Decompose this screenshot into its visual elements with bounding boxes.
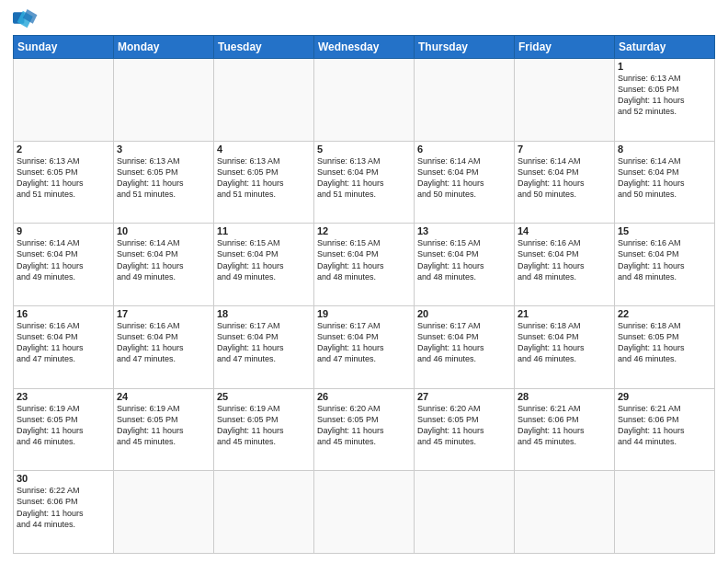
day-info: Sunrise: 6:13 AM Sunset: 6:05 PM Dayligh… xyxy=(117,155,210,201)
calendar-cell xyxy=(14,59,114,142)
day-number: 20 xyxy=(417,308,511,319)
calendar-cell xyxy=(415,471,515,554)
day-info: Sunrise: 6:16 AM Sunset: 6:04 PM Dayligh… xyxy=(518,237,611,282)
weekday-header-thursday: Thursday xyxy=(415,36,515,59)
day-number: 1 xyxy=(618,61,711,72)
day-number: 22 xyxy=(618,308,711,319)
calendar-cell: 28Sunrise: 6:21 AM Sunset: 6:06 PM Dayli… xyxy=(515,388,615,471)
day-info: Sunrise: 6:20 AM Sunset: 6:05 PM Dayligh… xyxy=(317,403,411,448)
week-row-5: 23Sunrise: 6:19 AM Sunset: 6:05 PM Dayli… xyxy=(14,388,715,471)
day-number: 16 xyxy=(17,308,110,319)
calendar-cell: 4Sunrise: 6:13 AM Sunset: 6:05 PM Daylig… xyxy=(214,141,314,224)
calendar-cell xyxy=(515,59,615,142)
day-number: 17 xyxy=(117,308,210,319)
day-info: Sunrise: 6:13 AM Sunset: 6:05 PM Dayligh… xyxy=(618,73,711,118)
day-number: 13 xyxy=(417,225,511,236)
calendar-cell: 25Sunrise: 6:19 AM Sunset: 6:05 PM Dayli… xyxy=(214,388,314,471)
day-number: 10 xyxy=(117,225,210,236)
calendar-cell: 17Sunrise: 6:16 AM Sunset: 6:04 PM Dayli… xyxy=(114,305,214,388)
calendar-cell: 19Sunrise: 6:17 AM Sunset: 6:04 PM Dayli… xyxy=(314,305,415,388)
calendar-cell: 14Sunrise: 6:16 AM Sunset: 6:04 PM Dayli… xyxy=(515,224,615,306)
calendar-cell xyxy=(314,471,415,554)
calendar-cell: 7Sunrise: 6:14 AM Sunset: 6:04 PM Daylig… xyxy=(515,141,615,224)
day-number: 15 xyxy=(618,225,711,236)
day-info: Sunrise: 6:14 AM Sunset: 6:04 PM Dayligh… xyxy=(17,237,110,282)
calendar-cell xyxy=(515,471,615,554)
calendar-cell: 1Sunrise: 6:13 AM Sunset: 6:05 PM Daylig… xyxy=(615,59,715,142)
header xyxy=(13,9,715,29)
week-row-4: 16Sunrise: 6:16 AM Sunset: 6:04 PM Dayli… xyxy=(14,305,715,388)
calendar-cell: 30Sunrise: 6:22 AM Sunset: 6:06 PM Dayli… xyxy=(14,471,114,554)
week-row-1: 1Sunrise: 6:13 AM Sunset: 6:05 PM Daylig… xyxy=(14,59,715,142)
calendar-cell: 27Sunrise: 6:20 AM Sunset: 6:05 PM Dayli… xyxy=(415,388,515,471)
day-info: Sunrise: 6:13 AM Sunset: 6:04 PM Dayligh… xyxy=(317,155,411,201)
day-number: 29 xyxy=(618,391,711,402)
calendar-cell: 5Sunrise: 6:13 AM Sunset: 6:04 PM Daylig… xyxy=(314,141,415,224)
day-number: 25 xyxy=(217,391,311,402)
calendar-cell xyxy=(114,59,214,142)
week-row-2: 2Sunrise: 6:13 AM Sunset: 6:05 PM Daylig… xyxy=(14,141,715,224)
weekday-header-wednesday: Wednesday xyxy=(314,36,415,59)
day-info: Sunrise: 6:17 AM Sunset: 6:04 PM Dayligh… xyxy=(217,320,311,365)
day-info: Sunrise: 6:15 AM Sunset: 6:04 PM Dayligh… xyxy=(317,237,411,282)
day-number: 7 xyxy=(518,144,611,155)
weekday-header-monday: Monday xyxy=(114,36,214,59)
day-number: 24 xyxy=(117,391,210,402)
day-info: Sunrise: 6:21 AM Sunset: 6:06 PM Dayligh… xyxy=(518,403,611,448)
day-info: Sunrise: 6:14 AM Sunset: 6:04 PM Dayligh… xyxy=(518,155,611,201)
logo xyxy=(13,9,42,29)
day-number: 12 xyxy=(317,225,411,236)
calendar-cell: 20Sunrise: 6:17 AM Sunset: 6:04 PM Dayli… xyxy=(415,305,515,388)
calendar-cell: 24Sunrise: 6:19 AM Sunset: 6:05 PM Dayli… xyxy=(114,388,214,471)
calendar-cell: 21Sunrise: 6:18 AM Sunset: 6:04 PM Dayli… xyxy=(515,305,615,388)
calendar-table: SundayMondayTuesdayWednesdayThursdayFrid… xyxy=(13,35,715,554)
calendar-cell: 9Sunrise: 6:14 AM Sunset: 6:04 PM Daylig… xyxy=(14,224,114,306)
day-info: Sunrise: 6:19 AM Sunset: 6:05 PM Dayligh… xyxy=(217,403,311,448)
logo-icon xyxy=(13,9,39,29)
day-info: Sunrise: 6:18 AM Sunset: 6:04 PM Dayligh… xyxy=(518,320,611,365)
calendar-cell: 29Sunrise: 6:21 AM Sunset: 6:06 PM Dayli… xyxy=(615,388,715,471)
day-number: 30 xyxy=(17,473,110,484)
calendar-cell: 26Sunrise: 6:20 AM Sunset: 6:05 PM Dayli… xyxy=(314,388,415,471)
day-number: 28 xyxy=(518,391,611,402)
day-info: Sunrise: 6:14 AM Sunset: 6:04 PM Dayligh… xyxy=(417,155,511,201)
day-number: 26 xyxy=(317,391,411,402)
day-info: Sunrise: 6:16 AM Sunset: 6:04 PM Dayligh… xyxy=(17,320,110,365)
calendar-cell xyxy=(114,471,214,554)
calendar-cell xyxy=(415,59,515,142)
day-number: 3 xyxy=(117,144,210,155)
day-info: Sunrise: 6:17 AM Sunset: 6:04 PM Dayligh… xyxy=(417,320,511,365)
day-number: 8 xyxy=(618,144,711,155)
calendar-cell: 22Sunrise: 6:18 AM Sunset: 6:05 PM Dayli… xyxy=(615,305,715,388)
day-info: Sunrise: 6:13 AM Sunset: 6:05 PM Dayligh… xyxy=(17,155,110,201)
weekday-header-row: SundayMondayTuesdayWednesdayThursdayFrid… xyxy=(14,36,715,59)
day-number: 6 xyxy=(417,144,511,155)
calendar-cell xyxy=(214,59,314,142)
page: SundayMondayTuesdayWednesdayThursdayFrid… xyxy=(0,0,728,563)
day-info: Sunrise: 6:22 AM Sunset: 6:06 PM Dayligh… xyxy=(17,485,110,530)
calendar-cell: 11Sunrise: 6:15 AM Sunset: 6:04 PM Dayli… xyxy=(214,224,314,306)
week-row-6: 30Sunrise: 6:22 AM Sunset: 6:06 PM Dayli… xyxy=(14,471,715,554)
calendar-cell: 6Sunrise: 6:14 AM Sunset: 6:04 PM Daylig… xyxy=(415,141,515,224)
day-number: 19 xyxy=(317,308,411,319)
day-info: Sunrise: 6:21 AM Sunset: 6:06 PM Dayligh… xyxy=(618,403,711,448)
day-info: Sunrise: 6:13 AM Sunset: 6:05 PM Dayligh… xyxy=(217,155,311,201)
week-row-3: 9Sunrise: 6:14 AM Sunset: 6:04 PM Daylig… xyxy=(14,224,715,306)
day-info: Sunrise: 6:16 AM Sunset: 6:04 PM Dayligh… xyxy=(618,237,711,282)
day-number: 2 xyxy=(17,144,110,155)
day-info: Sunrise: 6:16 AM Sunset: 6:04 PM Dayligh… xyxy=(117,320,210,365)
weekday-header-sunday: Sunday xyxy=(14,36,114,59)
calendar-cell: 12Sunrise: 6:15 AM Sunset: 6:04 PM Dayli… xyxy=(314,224,415,306)
calendar-cell: 13Sunrise: 6:15 AM Sunset: 6:04 PM Dayli… xyxy=(415,224,515,306)
day-info: Sunrise: 6:19 AM Sunset: 6:05 PM Dayligh… xyxy=(117,403,210,448)
weekday-header-tuesday: Tuesday xyxy=(214,36,314,59)
day-info: Sunrise: 6:14 AM Sunset: 6:04 PM Dayligh… xyxy=(618,155,711,201)
weekday-header-saturday: Saturday xyxy=(615,36,715,59)
day-info: Sunrise: 6:18 AM Sunset: 6:05 PM Dayligh… xyxy=(618,320,711,365)
day-number: 5 xyxy=(317,144,411,155)
day-info: Sunrise: 6:15 AM Sunset: 6:04 PM Dayligh… xyxy=(217,237,311,282)
day-info: Sunrise: 6:17 AM Sunset: 6:04 PM Dayligh… xyxy=(317,320,411,365)
day-number: 4 xyxy=(217,144,311,155)
weekday-header-friday: Friday xyxy=(515,36,615,59)
calendar-cell: 16Sunrise: 6:16 AM Sunset: 6:04 PM Dayli… xyxy=(14,305,114,388)
